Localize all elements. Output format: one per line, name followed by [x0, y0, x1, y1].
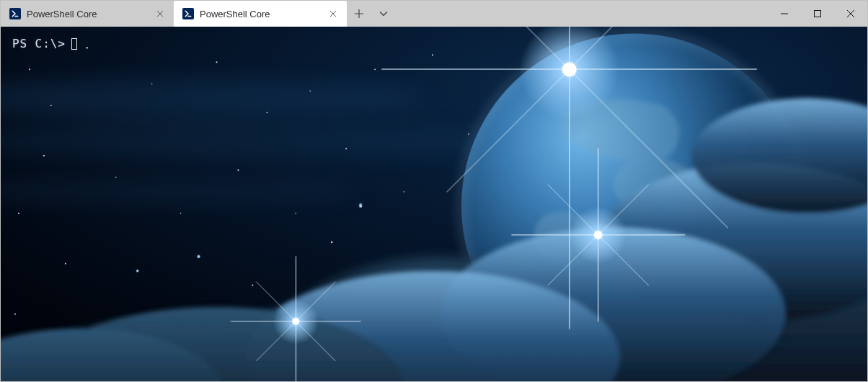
svg-point-65 [197, 254, 201, 259]
svg-point-8 [29, 68, 30, 70]
svg-point-20 [374, 68, 376, 70]
svg-point-30 [14, 314, 16, 315]
svg-point-52 [562, 62, 577, 76]
close-button[interactable] [834, 1, 867, 27]
tab-strip: PowerShell Core PowerShell Core [1, 1, 347, 27]
terminal-pane[interactable]: PS C:\> [1, 27, 867, 381]
svg-point-17 [237, 169, 239, 171]
minimize-button[interactable] [768, 1, 801, 27]
svg-point-67 [136, 269, 139, 272]
svg-point-10 [151, 83, 153, 84]
svg-point-21 [403, 191, 404, 192]
prompt-line: PS C:\> [12, 37, 856, 50]
prompt-text: PS C:\> [12, 37, 66, 50]
svg-point-26 [331, 241, 332, 243]
svg-point-11 [216, 61, 218, 63]
tab-title: PowerShell Core [200, 9, 321, 19]
titlebar-drag-region[interactable] [396, 1, 768, 27]
title-bar: PowerShell Core PowerShell Core [1, 1, 867, 27]
svg-point-29 [468, 133, 469, 135]
window-controls [768, 1, 867, 27]
svg-point-15 [18, 213, 19, 214]
background-image [1, 27, 867, 381]
svg-point-33 [50, 105, 52, 106]
powershell-icon [9, 8, 21, 19]
tab-title: PowerShell Core [27, 9, 148, 19]
svg-point-12 [266, 112, 267, 113]
tab-dropdown-button[interactable] [371, 1, 396, 27]
svg-point-66 [358, 203, 363, 207]
powershell-icon [182, 8, 194, 19]
tab-close-button[interactable] [327, 7, 340, 20]
svg-point-18 [309, 90, 311, 92]
svg-rect-3 [815, 11, 821, 17]
tab-powershell-2[interactable]: PowerShell Core [174, 1, 347, 27]
terminal-content: PS C:\> [1, 27, 867, 61]
svg-point-32 [296, 213, 297, 214]
app-window: PowerShell Core PowerShell Core [0, 0, 868, 382]
tab-powershell-1[interactable]: PowerShell Core [1, 1, 174, 27]
tab-close-button[interactable] [154, 7, 167, 20]
svg-point-19 [345, 148, 347, 149]
svg-point-58 [594, 231, 603, 239]
svg-point-25 [252, 285, 253, 286]
svg-point-13 [43, 155, 45, 156]
svg-point-22 [65, 263, 66, 265]
svg-point-16 [180, 213, 181, 213]
new-tab-button[interactable] [347, 1, 371, 27]
svg-point-14 [115, 177, 117, 178]
cursor [71, 38, 77, 50]
maximize-button[interactable] [801, 1, 834, 27]
svg-point-64 [292, 318, 299, 325]
